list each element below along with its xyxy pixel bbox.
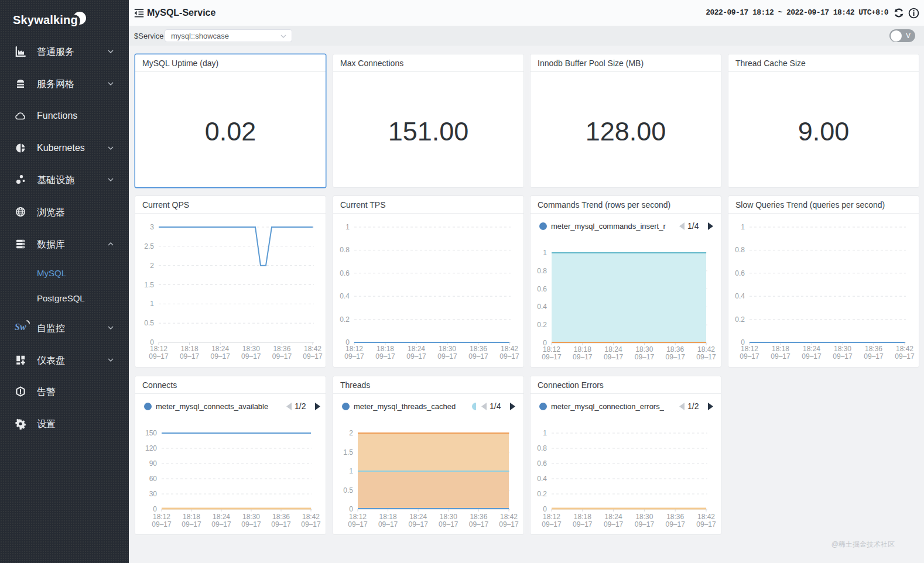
svg-text:09–17: 09–17 — [406, 352, 426, 361]
svg-text:0.8: 0.8 — [537, 267, 547, 275]
svg-text:18:12: 18:12 — [543, 345, 560, 353]
svg-text:0.4: 0.4 — [735, 292, 745, 300]
svg-text:2.5: 2.5 — [144, 242, 154, 250]
svg-text:09–17: 09–17 — [740, 352, 759, 361]
svg-text:09–17: 09–17 — [542, 353, 562, 361]
svg-text:18:24: 18:24 — [408, 345, 425, 353]
svg-text:09–17: 09–17 — [378, 520, 398, 528]
svg-text:09–17: 09–17 — [241, 352, 261, 361]
svg-text:18:12: 18:12 — [153, 513, 170, 521]
svg-text:18:36: 18:36 — [666, 345, 684, 353]
svg-text:0: 0 — [153, 505, 157, 513]
svg-text:09–17: 09–17 — [802, 352, 822, 361]
svg-text:18:30: 18:30 — [440, 513, 457, 521]
svg-text:2: 2 — [150, 262, 154, 270]
svg-text:09–17: 09–17 — [182, 520, 201, 528]
svg-text:09–17: 09–17 — [303, 352, 323, 361]
svg-text:150: 150 — [145, 429, 157, 437]
svg-text:09–17: 09–17 — [149, 352, 169, 361]
svg-text:18:18: 18:18 — [574, 345, 591, 353]
svg-text:0.2: 0.2 — [735, 315, 745, 324]
svg-text:09–17: 09–17 — [437, 352, 457, 361]
svg-text:0.6: 0.6 — [537, 285, 547, 293]
svg-text:09–17: 09–17 — [468, 352, 488, 361]
svg-text:0.4: 0.4 — [537, 303, 547, 311]
svg-text:18:42: 18:42 — [697, 345, 715, 353]
svg-text:18:24: 18:24 — [409, 513, 427, 521]
svg-text:0.5: 0.5 — [343, 486, 353, 495]
svg-text:18:36: 18:36 — [470, 345, 487, 353]
svg-text:18:42: 18:42 — [304, 345, 321, 353]
svg-text:0.2: 0.2 — [537, 321, 547, 329]
svg-text:09–17: 09–17 — [439, 520, 458, 528]
svg-text:0.8: 0.8 — [537, 444, 547, 452]
svg-text:18:36: 18:36 — [666, 513, 684, 521]
svg-text:0.2: 0.2 — [340, 315, 350, 324]
svg-text:1: 1 — [150, 300, 154, 308]
svg-text:18:36: 18:36 — [865, 345, 882, 353]
svg-text:18:30: 18:30 — [242, 513, 260, 521]
svg-text:60: 60 — [149, 475, 158, 483]
svg-text:09–17: 09–17 — [211, 520, 231, 528]
svg-text:09–17: 09–17 — [152, 520, 172, 528]
svg-text:18:12: 18:12 — [349, 513, 367, 521]
svg-text:09–17: 09–17 — [272, 352, 292, 361]
svg-text:18:18: 18:18 — [574, 513, 591, 521]
svg-text:09–17: 09–17 — [864, 352, 884, 361]
svg-text:18:24: 18:24 — [803, 345, 820, 353]
svg-text:18:30: 18:30 — [635, 345, 653, 353]
svg-text:09–17: 09–17 — [499, 520, 519, 528]
svg-text:0.4: 0.4 — [537, 475, 547, 483]
svg-text:18:24: 18:24 — [211, 345, 229, 353]
svg-text:0.8: 0.8 — [735, 246, 745, 254]
svg-text:18:24: 18:24 — [213, 513, 230, 521]
svg-text:09–17: 09–17 — [573, 520, 593, 528]
svg-text:09–17: 09–17 — [180, 352, 200, 361]
svg-text:1: 1 — [741, 223, 745, 231]
svg-text:0.6: 0.6 — [537, 459, 547, 468]
svg-text:09–17: 09–17 — [499, 352, 519, 361]
svg-text:09–17: 09–17 — [469, 520, 489, 528]
svg-text:18:30: 18:30 — [439, 345, 456, 353]
svg-text:09–17: 09–17 — [573, 353, 593, 361]
svg-text:18:30: 18:30 — [635, 513, 653, 521]
svg-text:18:18: 18:18 — [379, 513, 397, 521]
svg-text:09–17: 09–17 — [666, 353, 686, 361]
svg-text:1: 1 — [349, 467, 353, 475]
svg-text:18:42: 18:42 — [302, 513, 320, 521]
svg-text:09–17: 09–17 — [348, 520, 368, 528]
svg-text:18:42: 18:42 — [501, 345, 518, 353]
svg-text:18:12: 18:12 — [150, 345, 167, 353]
svg-text:18:18: 18:18 — [181, 345, 199, 353]
svg-text:0.4: 0.4 — [340, 292, 350, 300]
svg-text:18:18: 18:18 — [183, 513, 200, 521]
svg-text:09–17: 09–17 — [344, 352, 364, 361]
svg-text:0.2: 0.2 — [537, 490, 547, 498]
svg-text:09–17: 09–17 — [635, 520, 655, 528]
svg-text:09–17: 09–17 — [635, 353, 655, 361]
svg-text:09–17: 09–17 — [666, 520, 686, 528]
svg-text:09–17: 09–17 — [895, 352, 915, 361]
svg-text:18:18: 18:18 — [772, 345, 789, 353]
svg-text:0.6: 0.6 — [340, 269, 350, 277]
svg-text:09–17: 09–17 — [375, 352, 395, 361]
svg-text:1.5: 1.5 — [144, 281, 154, 289]
svg-text:18:12: 18:12 — [741, 345, 758, 353]
svg-text:0: 0 — [543, 505, 547, 513]
svg-text:3: 3 — [150, 223, 154, 231]
svg-text:18:42: 18:42 — [896, 345, 913, 353]
svg-text:09–17: 09–17 — [241, 520, 261, 528]
svg-text:18:24: 18:24 — [605, 513, 622, 521]
svg-text:18:36: 18:36 — [470, 513, 487, 521]
svg-text:18:30: 18:30 — [834, 345, 851, 353]
svg-text:09–17: 09–17 — [271, 520, 291, 528]
svg-text:18:36: 18:36 — [273, 345, 290, 353]
svg-text:09–17: 09–17 — [604, 353, 624, 361]
svg-text:2: 2 — [349, 429, 353, 437]
svg-text:18:42: 18:42 — [697, 513, 715, 521]
svg-text:1: 1 — [543, 429, 547, 437]
svg-text:0: 0 — [349, 505, 353, 513]
svg-text:09–17: 09–17 — [409, 520, 429, 528]
svg-text:0.8: 0.8 — [340, 246, 350, 254]
svg-text:09–17: 09–17 — [604, 520, 624, 528]
